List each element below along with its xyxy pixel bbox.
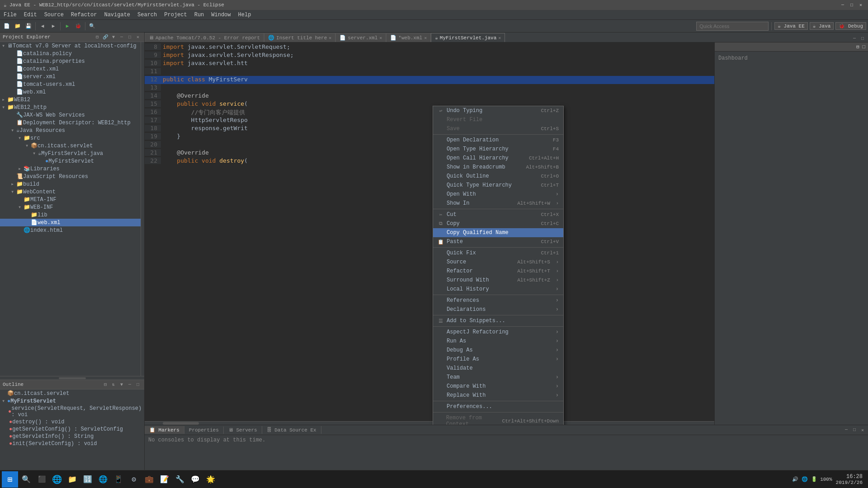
view-menu-icon[interactable]: ▼ (110, 33, 117, 41)
toolbar-fwd-btn[interactable]: ▶ (48, 21, 58, 31)
code-editor[interactable]: 8 import javax.servlet.ServletRequest; 9… (145, 42, 714, 425)
app10-button[interactable]: 💬 (188, 472, 203, 487)
tree-item-catalina-policy[interactable]: ▸ 📄 catalina.policy (0, 50, 141, 57)
tab-server-xml[interactable]: 📄 server.xml ✕ (335, 33, 386, 42)
toolbar-new-btn[interactable]: 📄 (2, 21, 12, 31)
tree-item-web-xml[interactable]: ▸ 📄 web.xml (0, 219, 141, 226)
outline-service-method[interactable]: ● service(ServletRequest, ServletRespons… (0, 405, 144, 418)
outline-destroy-method[interactable]: ● destroy() : void (0, 418, 144, 426)
tree-item-server-xml[interactable]: ▸ 📄 server.xml (0, 73, 141, 80)
link-editor-icon[interactable]: 🔗 (102, 33, 109, 41)
outline-class[interactable]: ▾ ● MyFirstServlet (0, 397, 144, 405)
tree-item-web-inf[interactable]: ▾ 📁 WEB-INF (0, 203, 141, 211)
bottom-tab-markers[interactable]: 📋 Markers (145, 426, 184, 434)
toolbar-debug-btn[interactable]: 🐞 (73, 21, 83, 31)
ctx-refactor[interactable]: Refactor Alt+Shift+T › (433, 267, 563, 276)
tree-item-servlet-class[interactable]: ▸ ● MyFirstServlet (0, 157, 141, 165)
bottom-close-icon[interactable]: ✕ (859, 427, 866, 434)
app8-button[interactable]: 📝 (157, 472, 172, 487)
ctx-team[interactable]: Team › (433, 373, 563, 382)
settings-button[interactable]: ⚙ (127, 472, 141, 487)
toolbar-run-btn[interactable]: ▶ (62, 21, 72, 31)
tab-web-xml[interactable]: 📄 *web.xml ✕ (386, 33, 431, 42)
ctx-call-hier[interactable]: Open Call Hierarchy Ctrl+Alt+H (433, 154, 563, 163)
ctx-copy[interactable]: ⧉ Copy Ctrl+C (433, 219, 563, 228)
toolbar-save-btn[interactable]: 💾 (24, 21, 33, 31)
tab-close-servlet[interactable]: ✕ (498, 35, 501, 41)
menu-source[interactable]: Source (41, 11, 67, 19)
outline-collapse-icon[interactable]: ⊟ (102, 381, 109, 388)
outline-menu-icon[interactable]: ▼ (118, 381, 125, 388)
close-button[interactable]: ✕ (857, 1, 864, 9)
outline-getconfig-method[interactable]: ● getServletConfig() : ServletConfig (0, 426, 144, 433)
ctx-debug-as[interactable]: Debug As › (433, 346, 563, 355)
ctx-quick-fix[interactable]: Quick Fix Ctrl+1 (433, 249, 563, 258)
outline-max-icon[interactable]: □ (134, 381, 142, 388)
menu-help[interactable]: Help (235, 11, 255, 19)
tree-item-src[interactable]: ▾ 📁 src (0, 134, 141, 142)
tree-item-deployment[interactable]: ▸ 📋 Deployment Descriptor: WEB12_http (0, 119, 141, 127)
ctx-show-in[interactable]: Show In Alt+Shift+W › (433, 199, 563, 208)
tree-item-server[interactable]: ▾ 🖥 Tomcat v7.0 Server at localhost-conf… (0, 42, 141, 50)
minimize-view-icon[interactable]: ─ (118, 33, 125, 41)
task-view-button[interactable]: ⬛ (34, 472, 49, 487)
ctx-surround[interactable]: Surround With Alt+Shift+Z › (433, 276, 563, 285)
tree-item-servlet-file[interactable]: ▾ ☕ MyFirstServlet.java (0, 150, 141, 157)
perspective-java[interactable]: ☕ Java (810, 22, 834, 30)
menu-file[interactable]: File (0, 11, 20, 19)
toolbar-search-btn[interactable]: 🔍 (87, 21, 97, 31)
tab-tomcat[interactable]: 🖥 Apache Tomcat/7.0.52 - Error report (145, 33, 264, 42)
maximize-view-icon[interactable]: □ (126, 33, 133, 41)
ctx-profile-as[interactable]: Profile As › (433, 355, 563, 364)
ctx-copy-qualified[interactable]: Copy Qualified Name (433, 228, 563, 237)
calc-button[interactable]: 🔢 (80, 472, 95, 487)
ctx-breadcrumb[interactable]: Show in Breadcrumb Alt+Shift+B (433, 163, 563, 172)
tree-item-meta-inf[interactable]: ▸ 📁 META-INF (0, 196, 141, 203)
bottom-maximize-icon[interactable]: □ (851, 427, 858, 434)
outline-init-method[interactable]: ● init(ServletConfig) : void (0, 440, 144, 447)
start-button[interactable]: ⊞ (2, 471, 18, 488)
ctx-undo[interactable]: ↩ Undo Typing Ctrl+Z (433, 106, 563, 115)
search-taskbar-button[interactable]: 🔍 (19, 472, 33, 487)
outline-getinfo-method[interactable]: ● getServletInfo() : String (0, 433, 144, 440)
tab-servlet[interactable]: ☕ MyFirstServlet.java ✕ (431, 33, 505, 42)
tree-item-web12http[interactable]: ▾ 📁 WEB12_http (0, 103, 141, 111)
ctx-type-hier[interactable]: Open Type Hierarchy F4 (433, 145, 563, 154)
outline-package[interactable]: ▸ 📦 cn.itcast.servlet (0, 389, 144, 397)
tree-item-libraries[interactable]: ▸ 📚 Libraries (0, 165, 141, 173)
ctx-replace[interactable]: Replace With › (433, 391, 563, 400)
collapse-all-icon[interactable]: ⊟ (94, 33, 101, 41)
tab-close-server-xml[interactable]: ✕ (379, 35, 382, 41)
editor-minimize-icon[interactable]: ─ (851, 35, 858, 42)
menu-edit[interactable]: Edit (20, 11, 41, 19)
close-view-icon[interactable]: ✕ (134, 33, 142, 41)
ctx-compare[interactable]: Compare With › (433, 382, 563, 391)
ctx-add-snippets[interactable]: ☰ Add to Snippets... (433, 316, 563, 325)
menu-search[interactable]: Search (134, 11, 160, 19)
menu-window[interactable]: Window (208, 11, 234, 19)
outline-min-icon[interactable]: ─ (126, 381, 133, 388)
app7-button[interactable]: 💼 (142, 472, 156, 487)
minimize-button[interactable]: ─ (839, 1, 846, 9)
ctx-validate[interactable]: Validate (433, 364, 563, 373)
app9-button[interactable]: 🔧 (173, 472, 187, 487)
tree-item-lib[interactable]: ▸ 📁 lib (0, 211, 141, 219)
browser-button[interactable]: 🌐 (96, 472, 110, 487)
bottom-tab-servers[interactable]: 🖥 Servers (224, 426, 262, 434)
tab-insert[interactable]: 🌐 Insert title here ✕ (264, 33, 335, 42)
bottom-tab-properties[interactable]: Properties (184, 427, 224, 434)
bottom-tab-datasource[interactable]: 🗄 Data Source Ex (262, 426, 321, 434)
tab-close-insert[interactable]: ✕ (329, 35, 331, 41)
tree-item-context-xml[interactable]: ▸ 📄 context.xml (0, 65, 141, 73)
ctx-references[interactable]: References › (433, 296, 563, 305)
menu-run[interactable]: Run (191, 11, 208, 19)
tree-item-package[interactable]: ▾ 📦 cn.itcast.servlet (0, 142, 141, 150)
tree-item-catalina-props[interactable]: ▸ 📄 catalina.properties (0, 57, 141, 65)
ctx-declarations[interactable]: Declarations › (433, 305, 563, 314)
tree-item-webcontent[interactable]: ▾ 📁 WebContent (0, 188, 141, 196)
menu-project[interactable]: Project (160, 11, 190, 19)
ctx-open-with[interactable]: Open With › (433, 190, 563, 199)
tree-item-build[interactable]: ▸ 📁 build (0, 180, 141, 188)
ctx-aspectj[interactable]: AspectJ Refactoring › (433, 328, 563, 337)
tab-close-web-xml[interactable]: ✕ (424, 35, 427, 41)
